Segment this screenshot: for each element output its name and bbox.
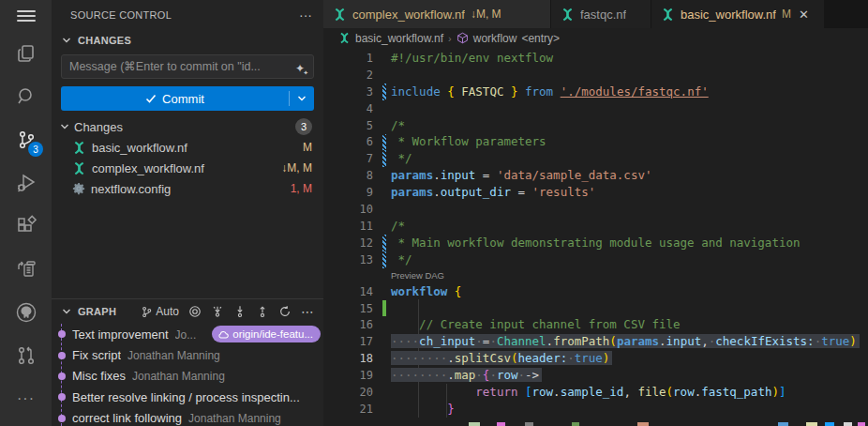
codelens-preview-dag[interactable]: Preview DAG bbox=[391, 268, 444, 283]
code-text: ········.splitCsv(header:·true) bbox=[391, 350, 612, 367]
breadcrumb-file[interactable]: basic_workflow.nf bbox=[355, 32, 443, 45]
commit-row[interactable]: Text improvement Jo... origin/ide-featu.… bbox=[52, 324, 323, 344]
sidebar-more-button[interactable]: ··· bbox=[299, 8, 312, 23]
code-line-21[interactable]: 21 } bbox=[323, 401, 868, 418]
changes-section-header[interactable]: CHANGES bbox=[52, 30, 323, 51]
scm-sidebar: SOURCE CONTROL ··· CHANGES ✦✦ Commit Cha… bbox=[52, 0, 323, 426]
code-line-4[interactable]: 4 bbox=[323, 100, 868, 117]
line-number: 16 bbox=[323, 318, 373, 331]
commit-author: Jonathan Manning bbox=[127, 349, 220, 362]
scroll-to-current-button[interactable] bbox=[188, 305, 202, 318]
changes-tree-header[interactable]: Changes 3 bbox=[52, 116, 323, 137]
sparkle-icon[interactable]: ✦✦ bbox=[295, 63, 308, 76]
explorer-tab[interactable] bbox=[0, 32, 52, 75]
branch-picker-button[interactable]: Auto bbox=[141, 305, 179, 318]
commit-message: Misc fixes bbox=[72, 369, 126, 383]
tab-complex-workflow[interactable]: complex_workflow.nf ↓M, M bbox=[323, 0, 551, 28]
commit-row[interactable]: correct link following Jonathan Manning bbox=[52, 408, 323, 426]
tab-fastqc[interactable]: fastqc.nf bbox=[551, 0, 651, 28]
file-name: nextflow.config bbox=[91, 182, 285, 196]
code-line-12[interactable]: 12 * Main workflow demonstrating module … bbox=[323, 235, 868, 251]
activity-bar: 3 ··· bbox=[0, 0, 52, 426]
extensions-icon bbox=[15, 215, 37, 237]
line-number: 11 bbox=[323, 220, 373, 233]
code-text: */ bbox=[391, 150, 412, 167]
line-number: 18 bbox=[323, 352, 373, 365]
refresh-button[interactable] bbox=[278, 305, 292, 318]
menu-button[interactable] bbox=[0, 0, 52, 32]
code-line-6[interactable]: 6 * Workflow parameters bbox=[323, 134, 868, 151]
refresh-icon bbox=[278, 305, 292, 318]
pull-icon bbox=[233, 305, 247, 318]
code-line-5[interactable]: 5/* bbox=[323, 117, 868, 134]
commit-dropdown-button[interactable] bbox=[290, 94, 314, 103]
push-icon bbox=[256, 305, 269, 318]
commit-message-wrap: ✦✦ bbox=[52, 54, 323, 79]
breadcrumb: basic_workflow.nf › workflow <entry> bbox=[323, 28, 868, 48]
cloud-icon bbox=[217, 330, 229, 339]
line-number: 12 bbox=[323, 236, 373, 250]
commit-list: Text improvement Jo... origin/ide-featu.… bbox=[52, 324, 323, 426]
graph-header: GRAPH Auto ⋯ bbox=[52, 299, 323, 324]
code-line-16[interactable]: 16 // Create input channel from CSV file bbox=[323, 317, 868, 334]
commit-row[interactable]: Better resolve linking / process inspect… bbox=[52, 387, 323, 407]
code-line-10[interactable]: 10 bbox=[323, 201, 868, 218]
run-debug-tab[interactable] bbox=[0, 161, 52, 205]
symbol-module-icon bbox=[456, 32, 469, 44]
code-line-14[interactable]: 14workflow { bbox=[323, 283, 868, 300]
gutter-modified-indicator bbox=[382, 235, 386, 251]
code-line-8[interactable]: 8params.input = 'data/sample_data.csv' bbox=[323, 167, 868, 184]
file-row-nextflow-config[interactable]: nextflow.config 1, M bbox=[52, 178, 323, 199]
commit-button[interactable]: Commit bbox=[61, 86, 314, 111]
code-line-13[interactable]: 13 */ bbox=[323, 251, 868, 268]
file-row-complex-workflow[interactable]: complex_workflow.nf ↓M, M bbox=[52, 158, 323, 178]
code-line-9[interactable]: 9params.output_dir = 'results' bbox=[323, 184, 868, 201]
code-line-1[interactable]: 1#!/usr/bin/env nextflow bbox=[323, 50, 868, 67]
close-icon[interactable]: ✕ bbox=[799, 8, 809, 22]
pull-request-tab[interactable] bbox=[0, 334, 52, 377]
code-line-19[interactable]: 19········.map·{·row·-> bbox=[323, 367, 868, 384]
check-icon bbox=[145, 93, 157, 104]
branch-badge[interactable]: origin/ide-featu... bbox=[212, 326, 321, 342]
code-line-2[interactable]: 2 bbox=[323, 67, 868, 84]
search-tab[interactable] bbox=[0, 75, 52, 118]
code-line-20[interactable]: 20 return [row.sample_id, file(row.fastq… bbox=[323, 384, 868, 401]
references-tab[interactable] bbox=[0, 248, 52, 291]
line-number: 15 bbox=[323, 302, 373, 315]
extensions-tab[interactable] bbox=[0, 205, 52, 248]
commit-button-label: Commit bbox=[162, 92, 204, 106]
branch-badge-label: origin/ide-featu... bbox=[232, 328, 313, 340]
tab-label: fastqc.nf bbox=[580, 8, 626, 22]
code-editor[interactable]: 1#!/usr/bin/env nextflow23include { FAST… bbox=[323, 48, 868, 426]
editor-group: complex_workflow.nf ↓M, M fastqc.nf basi… bbox=[323, 0, 868, 426]
push-button[interactable] bbox=[256, 305, 269, 318]
commit-row[interactable]: Misc fixes Jonathan Manning bbox=[52, 366, 323, 387]
github-tab[interactable] bbox=[0, 291, 52, 334]
code-line-18[interactable]: 18········.splitCsv(header:·true) bbox=[323, 350, 868, 367]
source-control-tab[interactable]: 3 bbox=[0, 118, 52, 161]
commit-message-input[interactable] bbox=[61, 54, 314, 79]
line-number: 17 bbox=[323, 335, 373, 348]
code-line-17[interactable]: 17····ch_input·=·Channel.fromPath(params… bbox=[323, 333, 868, 350]
code-line-11[interactable]: 11/* bbox=[323, 218, 868, 235]
commit-dot-icon bbox=[58, 415, 66, 422]
breadcrumb-symbol[interactable]: workflow bbox=[473, 32, 517, 45]
pull-button[interactable] bbox=[233, 305, 247, 318]
line-number: 4 bbox=[323, 102, 373, 115]
tab-basic-workflow-active[interactable]: basic_workflow.nf M ✕ bbox=[651, 0, 825, 28]
commit-row[interactable]: Fix script Jonathan Manning bbox=[52, 344, 323, 365]
more-icon: ··· bbox=[17, 390, 35, 407]
activity-more-button[interactable]: ··· bbox=[0, 377, 52, 420]
line-number: 14 bbox=[323, 285, 373, 298]
fetch-button[interactable] bbox=[211, 305, 224, 318]
file-row-basic-workflow[interactable]: basic_workflow.nf M bbox=[52, 137, 323, 158]
code-text: ········.map·{·row·-> bbox=[391, 367, 542, 384]
sidebar-title: SOURCE CONTROL bbox=[70, 9, 299, 21]
line-number: 3 bbox=[323, 85, 373, 99]
code-line-3[interactable]: 3include { FASTQC } from './modules/fast… bbox=[323, 84, 868, 100]
commit-author: Jonathan Manning bbox=[132, 370, 225, 383]
graph-more-button[interactable]: ⋯ bbox=[301, 304, 314, 319]
code-line-15[interactable]: 15 bbox=[323, 300, 868, 317]
code-line-7[interactable]: 7 */ bbox=[323, 150, 868, 167]
line-number: 8 bbox=[323, 169, 373, 182]
